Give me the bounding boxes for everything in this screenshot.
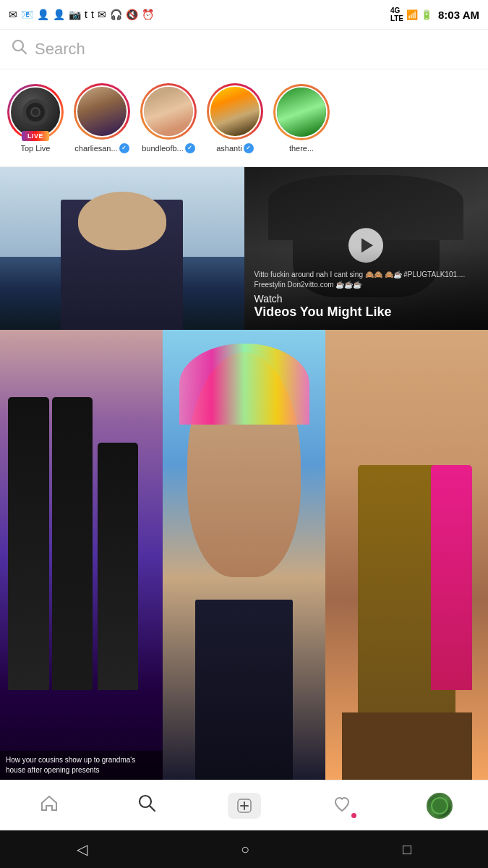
video-caption: Vitto fuckin around nah I cant sing 🙈🙈 🙈… [254, 270, 479, 290]
tumblr2-icon: t [91, 9, 94, 20]
person2-icon: 👤 [53, 9, 65, 20]
android-recent-button[interactable]: □ [403, 841, 411, 858]
story-label-bundleofb: bundleofb... ✓ [142, 143, 195, 153]
nav-search[interactable] [129, 788, 165, 824]
search-nav-icon [137, 793, 157, 818]
feed-image-group-hiphop[interactable]: How your cousins show up to grandma's ho… [0, 330, 163, 780]
verified-badge-ashanti: ✓ [244, 143, 254, 153]
nav-add[interactable] [226, 788, 262, 824]
story-item-ashanti[interactable]: ashanti ✓ [207, 83, 263, 153]
story-label-charliesan: charliesan... ✓ [74, 143, 129, 153]
svg-line-3 [150, 807, 155, 812]
alarm-icon: ⏰ [142, 9, 154, 20]
feed-image-girl-flowers[interactable] [163, 330, 325, 780]
battery-icon: 🔋 [421, 9, 432, 20]
status-bar-icons: ✉ 📧 👤 👤 📷 t t ✉ 🎧 🔇 ⏰ [9, 9, 154, 20]
story-item-top-live[interactable]: LIVE Top Live [7, 84, 64, 153]
gmail-icon: 📧 [21, 9, 33, 20]
instagram-icon: 📷 [69, 9, 81, 20]
story-item-there[interactable]: there... [273, 84, 330, 153]
status-bar: ✉ 📧 👤 👤 📷 t t ✉ 🎧 🔇 ⏰ 4GLTE 📶 🔋 8:03 AM [0, 0, 488, 29]
network-icon: 4GLTE [390, 7, 403, 22]
svg-point-2 [140, 796, 151, 807]
content-area: Vitto fuckin around nah I cant sing 🙈🙈 🙈… [0, 167, 488, 780]
clock: 8:03 AM [438, 9, 479, 21]
feed-caption-cousins: How your cousins show up to grandma's ho… [0, 751, 163, 780]
bottom-grid: How your cousins show up to grandma's ho… [0, 330, 488, 780]
android-back-button[interactable]: ◁ [77, 841, 87, 858]
nav-bar [0, 780, 488, 830]
feed-video-feature[interactable]: Vitto fuckin around nah I cant sing 🙈🙈 🙈… [244, 167, 489, 330]
notification-dot [351, 813, 356, 818]
nav-profile[interactable] [421, 788, 458, 824]
story-label-ashanti: ashanti ✓ [216, 143, 253, 153]
story-label-top-live: Top Live [21, 144, 51, 153]
top-row: Vitto fuckin around nah I cant sing 🙈🙈 🙈… [0, 167, 488, 330]
svg-line-1 [22, 50, 27, 54]
story-label-there: there... [289, 144, 314, 153]
android-home-button[interactable]: ○ [241, 841, 249, 858]
search-icon [12, 39, 27, 59]
status-bar-right: 4GLTE 📶 🔋 8:03 AM [390, 7, 479, 22]
home-icon [39, 793, 59, 818]
mail-icon: ✉ [98, 9, 106, 20]
person-icon: 👤 [37, 9, 49, 20]
nav-home[interactable] [31, 788, 67, 824]
live-badge: LIVE [22, 131, 49, 141]
stories-row: LIVE Top Live charliesan... ✓ bundleofb.… [0, 69, 488, 167]
watch-title: Videos You Might Like [254, 305, 479, 320]
android-nav-bar: ◁ ○ □ [0, 830, 488, 868]
profile-avatar[interactable] [427, 793, 453, 819]
search-bar[interactable]: Search [0, 29, 488, 69]
msg-icon: ✉ [9, 9, 17, 20]
add-button[interactable] [228, 793, 261, 819]
heart-icon [332, 794, 352, 817]
bottom-left-column: How your cousins show up to grandma's ho… [0, 330, 163, 780]
signal-icon: 📶 [406, 9, 418, 20]
headphones-icon: 🎧 [110, 9, 122, 20]
story-item-charliesan[interactable]: charliesan... ✓ [74, 83, 130, 153]
verified-badge-charliesan: ✓ [119, 143, 129, 153]
search-placeholder[interactable]: Search [35, 40, 85, 59]
tumblr1-icon: t [85, 9, 87, 20]
bottom-right-columns [163, 330, 488, 780]
nav-heart[interactable] [324, 788, 360, 824]
mute-icon: 🔇 [126, 9, 138, 20]
feed-image-fashion-woman[interactable] [0, 167, 244, 330]
verified-badge-bundleofb: ✓ [185, 143, 195, 153]
watch-label: Watch [254, 293, 479, 305]
feed-image-asian-craft[interactable] [325, 330, 488, 780]
story-item-bundleofb[interactable]: bundleofb... ✓ [140, 83, 197, 153]
video-text-overlay: Vitto fuckin around nah I cant sing 🙈🙈 🙈… [244, 248, 489, 330]
